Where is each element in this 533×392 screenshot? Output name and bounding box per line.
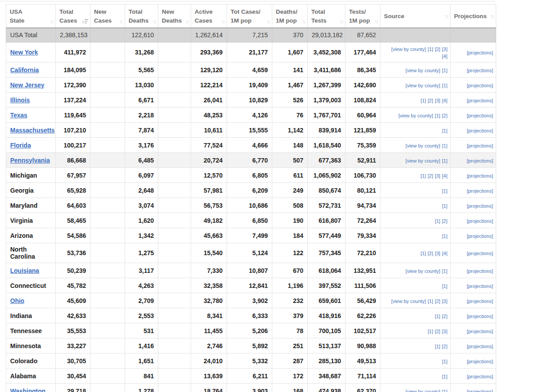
source-ref-link[interactable]: [1] (435, 344, 440, 349)
source-ref-link[interactable]: [3] (442, 47, 447, 52)
source-ref-link[interactable]: [4] (442, 98, 447, 103)
source-ref-link[interactable]: [3] (435, 251, 440, 256)
projections-link[interactable]: [projections] (467, 113, 493, 118)
column-header-new-cases[interactable]: NewCases ↑↓ (90, 5, 125, 28)
source-ref-link[interactable]: [2] (442, 218, 447, 224)
state-link[interactable]: California (10, 66, 39, 74)
projections-link[interactable]: [projections] (467, 268, 493, 274)
source-ref-link[interactable]: [2] (442, 344, 447, 349)
source-ref-link[interactable]: [1] (420, 251, 426, 256)
view-by-county-link[interactable]: [view by county] (406, 389, 440, 392)
column-header-active-cases[interactable]: ActiveCases ↑↓ (191, 5, 227, 28)
source-ref-link[interactable]: [1] (442, 83, 447, 88)
source-ref-link[interactable]: [1] (442, 283, 447, 289)
source-ref-link[interactable]: [1] (442, 128, 447, 133)
state-link[interactable]: Illinois (10, 97, 30, 104)
source-ref-link[interactable]: [2] (435, 299, 440, 304)
projections-link[interactable]: [projections] (467, 50, 493, 55)
column-header-usa-state[interactable]: USAState ↑↓ (6, 5, 56, 28)
column-header-tests-per-1m[interactable]: Tests/1M pop ↑↓ (345, 5, 380, 28)
projections-link[interactable]: [projections] (467, 68, 493, 73)
projections-link[interactable]: [projections] (467, 83, 493, 88)
source-ref-link[interactable]: [4] (442, 173, 447, 179)
cell-total-cases: 30,454 (56, 369, 90, 384)
source-ref-link[interactable]: [2] (435, 329, 440, 334)
projections-link[interactable]: [projections] (467, 251, 493, 256)
source-ref-link[interactable]: [2] (442, 113, 447, 118)
column-header-new-deaths[interactable]: NewDeaths ↑↓ (158, 5, 191, 28)
projections-link[interactable]: [projections] (467, 158, 493, 163)
source-ref-link[interactable]: [4] (442, 54, 447, 59)
source-ref-link[interactable]: [1] (442, 158, 447, 163)
source-ref-link[interactable]: [2] (428, 98, 433, 103)
projections-link[interactable]: [projections] (467, 299, 493, 304)
source-ref-link[interactable]: [3] (442, 299, 447, 304)
source-ref-link[interactable]: [4] (442, 251, 447, 256)
source-ref-link[interactable]: [1] (428, 329, 433, 334)
source-ref-link[interactable]: [1] (428, 299, 433, 304)
source-ref-link[interactable]: [3] (435, 173, 440, 179)
column-header-cases-per-1m[interactable]: Tot Cases/1M pop ↑↓ (227, 5, 272, 28)
source-ref-link[interactable]: [1] (442, 188, 447, 194)
state-link[interactable]: Texas (10, 112, 27, 119)
column-header-total-tests[interactable]: TotalTests ↑↓ (308, 5, 345, 28)
source-ref-link[interactable]: [1] (442, 268, 447, 274)
source-ref-link[interactable]: [1] (435, 113, 440, 118)
view-by-county-link[interactable]: [view by county] (391, 299, 426, 304)
projections-link[interactable]: [projections] (467, 218, 493, 224)
projections-link[interactable]: [projections] (467, 128, 493, 133)
source-ref-link[interactable]: [1] (420, 173, 426, 179)
projections-link[interactable]: [projections] (467, 188, 493, 194)
source-ref-link[interactable]: [1] (442, 389, 447, 392)
projections-link[interactable]: [projections] (467, 143, 493, 148)
projections-link[interactable]: [projections] (467, 173, 493, 179)
source-ref-link[interactable]: [1] (435, 314, 440, 319)
source-ref-link[interactable]: [2] (428, 173, 433, 179)
view-by-county-link[interactable]: [view by county] (391, 47, 426, 52)
source-ref-link[interactable]: [1] (428, 47, 433, 52)
source-ref-link[interactable]: [2] (442, 314, 447, 319)
state-link[interactable]: New Jersey (10, 82, 44, 89)
view-by-county-link[interactable]: [view by county] (398, 113, 433, 118)
projections-link[interactable]: [projections] (467, 283, 493, 289)
column-header-projections[interactable]: Projections ↑↓ (451, 5, 496, 28)
source-ref-link[interactable]: [1] (442, 203, 447, 209)
state-link[interactable]: Florida (10, 142, 31, 149)
source-ref-link[interactable]: [1] (442, 374, 447, 379)
source-ref-link[interactable]: [2] (428, 251, 433, 256)
column-header-total-cases[interactable]: TotalCases ↓ (56, 5, 90, 28)
source-ref-link[interactable]: [3] (442, 329, 447, 334)
projections-link[interactable]: [projections] (467, 389, 493, 392)
cell-state-name: USA Total (6, 28, 56, 43)
projections-link[interactable]: [projections] (467, 344, 493, 349)
state-link[interactable]: Pennsylvania (10, 157, 50, 164)
source-ref-link[interactable]: [1] (442, 143, 447, 148)
view-by-county-link[interactable]: [view by county] (406, 143, 440, 148)
source-ref-link[interactable]: [1] (442, 68, 447, 73)
source-ref-link[interactable]: [1] (442, 359, 447, 364)
source-ref-link[interactable]: [1] (420, 98, 426, 103)
projections-link[interactable]: [projections] (467, 233, 493, 239)
column-header-total-deaths[interactable]: TotalDeaths ↑↓ (125, 5, 158, 28)
state-link[interactable]: Louisiana (10, 267, 39, 274)
projections-link[interactable]: [projections] (467, 329, 493, 334)
state-link[interactable]: Washington (10, 388, 46, 392)
state-link[interactable]: New York (10, 49, 38, 56)
projections-link[interactable]: [projections] (467, 374, 493, 379)
projections-link[interactable]: [projections] (467, 203, 493, 209)
column-header-deaths-per-1m[interactable]: Deaths/1M pop ↑↓ (272, 5, 308, 28)
state-link[interactable]: Ohio (10, 297, 24, 304)
state-link[interactable]: Massachusetts (10, 127, 55, 134)
view-by-county-link[interactable]: [view by county] (406, 68, 440, 73)
source-ref-link[interactable]: [3] (435, 98, 440, 103)
source-ref-link[interactable]: [1] (435, 218, 440, 224)
view-by-county-link[interactable]: [view by county] (406, 83, 440, 88)
source-ref-link[interactable]: [1] (442, 233, 447, 239)
view-by-county-link[interactable]: [view by county] (406, 158, 440, 163)
projections-link[interactable]: [projections] (467, 314, 493, 319)
column-header-source[interactable]: Source ↑↓ (380, 5, 451, 28)
source-ref-link[interactable]: [2] (435, 47, 440, 52)
projections-link[interactable]: [projections] (467, 359, 493, 364)
projections-link[interactable]: [projections] (467, 98, 493, 103)
view-by-county-link[interactable]: [view by county] (406, 268, 440, 274)
